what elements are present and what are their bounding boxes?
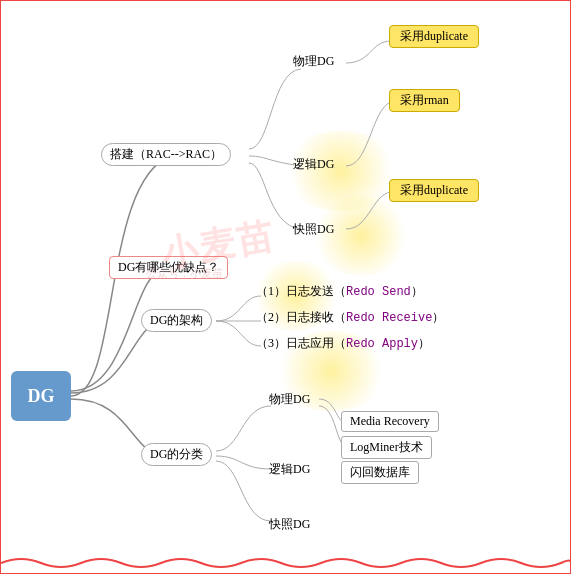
canvas: 小麦苗 公众号：小麦苗 DG 搭建（RAC-->RAC） 物理DG 逻辑DG 快… — [0, 0, 571, 574]
node-redo2: （2）日志接收（Redo Receive） — [256, 309, 444, 326]
node-rman: 采用rman — [389, 89, 460, 112]
node-build: 搭建（RAC-->RAC） — [101, 143, 231, 166]
bottom-decoration — [1, 553, 571, 573]
node-logical-dg1: 逻辑DG — [293, 156, 334, 173]
node-physical-dg1: 物理DG — [293, 53, 334, 70]
node-classification: DG的分类 — [141, 443, 212, 466]
node-logical-dg2: 逻辑DG — [269, 461, 310, 478]
node-dup1: 采用duplicate — [389, 25, 479, 48]
node-architecture: DG的架构 — [141, 309, 212, 332]
node-redo1: （1）日志发送（Redo Send） — [256, 283, 423, 300]
node-dg: DG — [11, 371, 71, 421]
node-flashback: 闪回数据库 — [341, 461, 419, 484]
node-disadvantages: DG有哪些优缺点？ — [109, 256, 228, 279]
node-redo3: （3）日志应用（Redo Apply） — [256, 335, 430, 352]
node-media-recovery: Media Recovery — [341, 411, 439, 432]
node-snapshot-dg2: 快照DG — [269, 516, 310, 533]
node-logminer: LogMiner技术 — [341, 436, 432, 459]
node-dup2: 采用duplicate — [389, 179, 479, 202]
node-physical-dg2: 物理DG — [269, 391, 310, 408]
node-snapshot-dg1: 快照DG — [293, 221, 334, 238]
